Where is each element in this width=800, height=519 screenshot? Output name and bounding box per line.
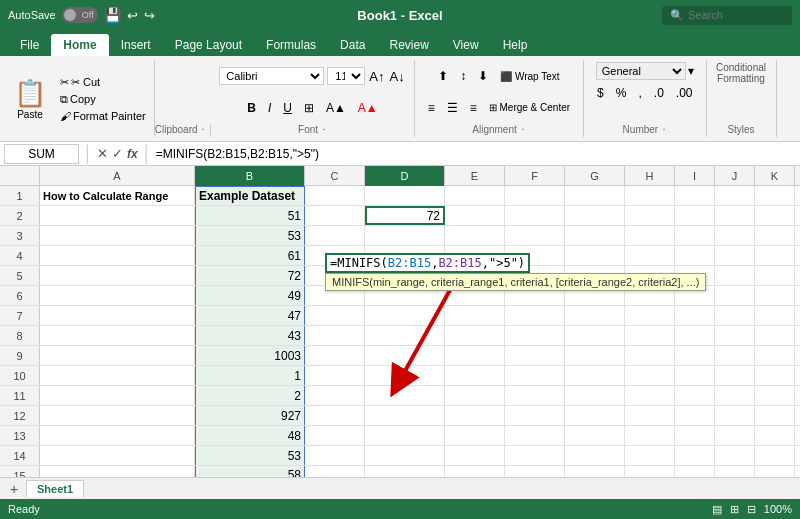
cell-e7[interactable] (445, 306, 505, 325)
cell-i9[interactable] (675, 346, 715, 365)
align-middle-button[interactable]: ↕ (455, 66, 471, 86)
col-header-h[interactable]: H (625, 166, 675, 186)
redo-icon[interactable]: ↪ (144, 8, 155, 23)
cell-f8[interactable] (505, 326, 565, 345)
cell-k4[interactable] (755, 246, 795, 265)
cell-k5[interactable] (755, 266, 795, 285)
cell-a1[interactable]: How to Calculate Range (40, 186, 195, 205)
cell-k6[interactable] (755, 286, 795, 305)
cell-d2[interactable]: 72 (365, 206, 445, 225)
cell-j1[interactable] (715, 186, 755, 205)
col-header-c[interactable]: C (305, 166, 365, 186)
tab-insert[interactable]: Insert (109, 34, 163, 56)
format-painter-button[interactable]: 🖌 Format Painter (58, 109, 148, 123)
row-num-13[interactable]: 13 (0, 426, 40, 445)
cell-b4[interactable]: 61 (195, 246, 305, 265)
view-layout-icon[interactable]: ⊞ (730, 503, 739, 516)
cell-a13[interactable] (40, 426, 195, 445)
cell-a15[interactable] (40, 466, 195, 477)
row-num-12[interactable]: 12 (0, 406, 40, 425)
cell-j14[interactable] (715, 446, 755, 465)
fx-icon[interactable]: fx (127, 147, 138, 161)
cell-c7[interactable] (305, 306, 365, 325)
cell-k3[interactable] (755, 226, 795, 245)
cell-a14[interactable] (40, 446, 195, 465)
cell-g10[interactable] (565, 366, 625, 385)
cell-i14[interactable] (675, 446, 715, 465)
cell-i7[interactable] (675, 306, 715, 325)
row-num-11[interactable]: 11 (0, 386, 40, 405)
row-num-4[interactable]: 4 (0, 246, 40, 265)
col-header-d[interactable]: D (365, 166, 445, 186)
font-size-select[interactable]: 11 (327, 67, 365, 85)
cell-d13[interactable] (365, 426, 445, 445)
cell-b10[interactable]: 1 (195, 366, 305, 385)
cell-h4[interactable] (625, 246, 675, 265)
row-num-2[interactable]: 2 (0, 206, 40, 225)
cell-f13[interactable] (505, 426, 565, 445)
border-button[interactable]: ⊞ (299, 98, 319, 118)
cell-c2[interactable] (305, 206, 365, 225)
font-color-button[interactable]: A▲ (353, 98, 383, 118)
cell-i3[interactable] (675, 226, 715, 245)
cell-g1[interactable] (565, 186, 625, 205)
view-page-break-icon[interactable]: ⊟ (747, 503, 756, 516)
cell-d1[interactable] (365, 186, 445, 205)
cell-f9[interactable] (505, 346, 565, 365)
cell-g14[interactable] (565, 446, 625, 465)
cell-d11[interactable] (365, 386, 445, 405)
cell-g4[interactable] (565, 246, 625, 265)
number-format-select[interactable]: General (596, 62, 686, 80)
cell-j10[interactable] (715, 366, 755, 385)
decrease-decimal-button[interactable]: .0 (649, 83, 669, 103)
cell-j9[interactable] (715, 346, 755, 365)
cell-h2[interactable] (625, 206, 675, 225)
cell-f2[interactable] (505, 206, 565, 225)
cell-a7[interactable] (40, 306, 195, 325)
cell-e10[interactable] (445, 366, 505, 385)
cell-k13[interactable] (755, 426, 795, 445)
tab-file[interactable]: File (8, 34, 51, 56)
paste-button[interactable]: 📋 Paste (6, 64, 54, 133)
cell-d3[interactable] (365, 226, 445, 245)
decrease-font-icon[interactable]: A↓ (389, 68, 406, 85)
cell-f15[interactable] (505, 466, 565, 477)
cell-g3[interactable] (565, 226, 625, 245)
cell-b14[interactable]: 53 (195, 446, 305, 465)
cell-h15[interactable] (625, 466, 675, 477)
save-icon[interactable]: 💾 (104, 7, 121, 23)
font-name-select[interactable]: Calibri (219, 67, 324, 85)
cell-k7[interactable] (755, 306, 795, 325)
comma-button[interactable]: , (633, 83, 646, 103)
name-box[interactable] (4, 144, 79, 164)
cell-j8[interactable] (715, 326, 755, 345)
cell-g7[interactable] (565, 306, 625, 325)
tab-page-layout[interactable]: Page Layout (163, 34, 254, 56)
cell-c11[interactable] (305, 386, 365, 405)
cell-g2[interactable] (565, 206, 625, 225)
cell-g15[interactable] (565, 466, 625, 477)
cell-h14[interactable] (625, 446, 675, 465)
cell-c1[interactable] (305, 186, 365, 205)
cell-a10[interactable] (40, 366, 195, 385)
cell-k10[interactable] (755, 366, 795, 385)
cell-a8[interactable] (40, 326, 195, 345)
cell-f7[interactable] (505, 306, 565, 325)
align-top-button[interactable]: ⬆ (433, 66, 453, 86)
cell-b8[interactable]: 43 (195, 326, 305, 345)
cell-e15[interactable] (445, 466, 505, 477)
col-header-a[interactable]: A (40, 166, 195, 186)
cell-j13[interactable] (715, 426, 755, 445)
underline-button[interactable]: U (278, 98, 297, 118)
col-header-k[interactable]: K (755, 166, 795, 186)
cell-f11[interactable] (505, 386, 565, 405)
cancel-icon[interactable]: ✕ (97, 146, 108, 161)
cell-h8[interactable] (625, 326, 675, 345)
row-num-10[interactable]: 10 (0, 366, 40, 385)
cell-a5[interactable] (40, 266, 195, 285)
cell-h13[interactable] (625, 426, 675, 445)
cell-d9[interactable] (365, 346, 445, 365)
cell-d8[interactable] (365, 326, 445, 345)
view-normal-icon[interactable]: ▤ (712, 503, 722, 516)
tab-review[interactable]: Review (377, 34, 440, 56)
